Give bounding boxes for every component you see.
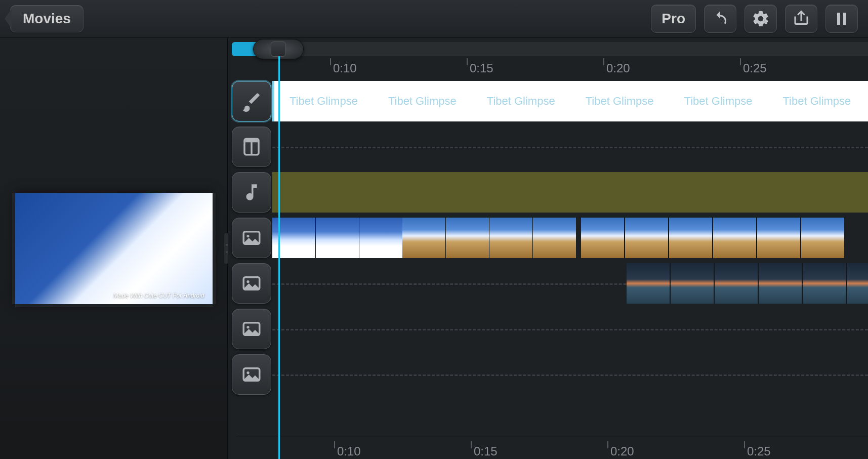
- track-head-music[interactable]: [232, 172, 271, 213]
- track-image-3: [232, 306, 868, 352]
- back-movies-button[interactable]: Movies: [10, 5, 84, 32]
- svg-point-2: [246, 235, 249, 237]
- theme-label: Tibet Glimpse: [274, 95, 373, 108]
- image-icon: [241, 273, 262, 294]
- toolbar: Movies Pro: [0, 0, 868, 38]
- track-head-text[interactable]: [232, 127, 271, 167]
- ruler-tick: 0:15: [470, 61, 493, 75]
- theme-clip[interactable]: Tibet Glimpse Tibet Glimpse Tibet Glimps…: [272, 81, 868, 121]
- ruler-bottom[interactable]: 0:10 0:15 0:20 0:25: [236, 437, 868, 459]
- preview-frame[interactable]: Made With Cute CUT For Android: [15, 193, 213, 304]
- track-body-music[interactable]: [272, 172, 868, 213]
- image-icon: [241, 364, 262, 385]
- share-button[interactable]: [785, 5, 817, 33]
- svg-point-8: [246, 371, 249, 374]
- undo-button[interactable]: [704, 5, 736, 33]
- svg-point-6: [246, 326, 249, 328]
- brush-icon: [241, 91, 262, 112]
- gear-icon: [752, 10, 770, 28]
- track-head-image-3[interactable]: [232, 309, 271, 349]
- track-body-theme[interactable]: Tibet Glimpse Tibet Glimpse Tibet Glimps…: [272, 81, 868, 121]
- theme-label: Tibet Glimpse: [669, 95, 768, 108]
- ruler-tick: 0:15: [474, 444, 498, 458]
- undo-icon: [711, 10, 729, 28]
- scrub-bar[interactable]: [232, 42, 868, 56]
- track-head-theme[interactable]: [232, 81, 271, 121]
- track-head-image-4[interactable]: [232, 354, 271, 395]
- toolbar-right: Pro: [651, 5, 858, 33]
- ruler-top[interactable]: 0:10 0:15 0:20 0:25: [232, 56, 868, 78]
- track-image-2: [232, 261, 868, 306]
- theme-label: Tibet G: [866, 95, 868, 108]
- theme-label: Tibet Glimpse: [767, 95, 866, 108]
- theme-label: Tibet Glimpse: [570, 95, 669, 108]
- track-theme: Tibet Glimpse Tibet Glimpse Tibet Glimps…: [232, 78, 868, 124]
- settings-button[interactable]: [745, 5, 777, 33]
- track-music: [232, 170, 868, 215]
- ruler-tick: 0:25: [743, 61, 767, 75]
- video-clip-mountain[interactable]: [627, 263, 868, 304]
- ruler-tick: 0:20: [610, 444, 634, 458]
- timeline-panel: 0:10 0:15 0:20 0:25 Tibet Glimpse Tibet …: [228, 38, 868, 459]
- track-image-4: [232, 352, 868, 397]
- track-body-image-4[interactable]: [272, 354, 868, 395]
- tracks: Tibet Glimpse Tibet Glimpse Tibet Glimps…: [232, 78, 868, 397]
- svg-point-4: [246, 280, 249, 283]
- theme-label: Tibet Glimpse: [373, 95, 472, 108]
- image-icon: [241, 227, 262, 248]
- ruler-tick: 0:25: [747, 444, 771, 458]
- music-clip[interactable]: [272, 172, 868, 213]
- track-body-image-3[interactable]: [272, 309, 868, 349]
- music-icon: [241, 182, 262, 203]
- track-image-1: [232, 215, 868, 261]
- text-icon: [241, 136, 262, 157]
- video-clip-sky[interactable]: [272, 218, 576, 258]
- share-icon: [792, 10, 810, 28]
- playhead[interactable]: [278, 56, 280, 459]
- track-text: [232, 124, 868, 170]
- preview-watermark: Made With Cute CUT For Android: [113, 292, 204, 299]
- video-clip-desert[interactable]: [581, 218, 868, 258]
- ruler-tick: 0:10: [333, 61, 357, 75]
- ruler-tick: 0:10: [337, 444, 361, 458]
- track-body-image-1[interactable]: [272, 218, 868, 258]
- track-head-image-1[interactable]: [232, 218, 271, 258]
- image-icon: [241, 318, 262, 340]
- ruler-tick: 0:20: [606, 61, 630, 75]
- preview-panel: Made With Cute CUT For Android: [0, 38, 228, 459]
- back-label: Movies: [23, 11, 71, 26]
- pro-button[interactable]: Pro: [651, 5, 696, 33]
- pause-icon: [833, 10, 851, 28]
- pause-button[interactable]: [825, 5, 858, 33]
- track-body-text[interactable]: [272, 127, 868, 167]
- theme-label: Tibet Glimpse: [472, 95, 570, 108]
- track-body-image-2[interactable]: [272, 263, 868, 304]
- track-head-image-2[interactable]: [232, 263, 271, 304]
